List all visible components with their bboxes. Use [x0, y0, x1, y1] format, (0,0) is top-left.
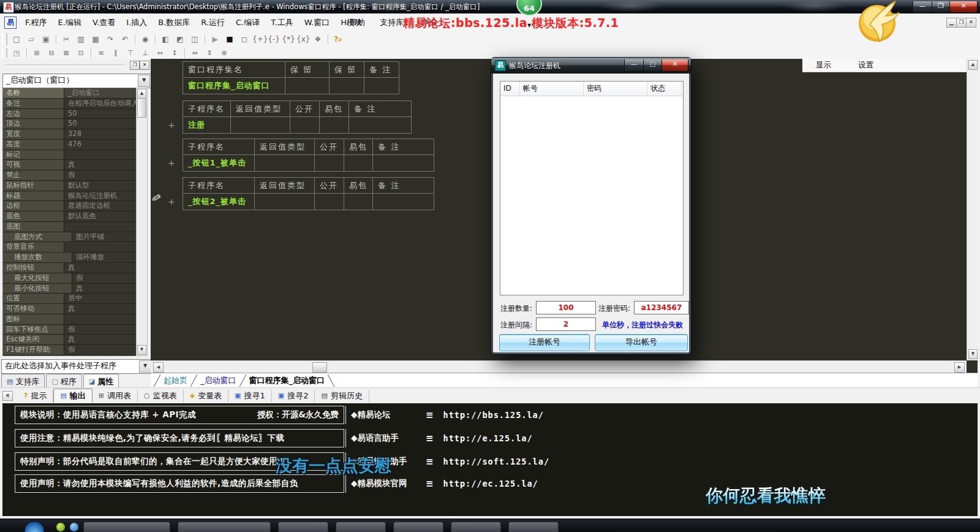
editor-hscrollbar[interactable]: ◀ ▶ — [151, 360, 967, 373]
property-row[interactable]: 位置居中 — [3, 294, 137, 304]
panel-tab-属性[interactable]: ◪属性 — [83, 374, 119, 388]
panel-tab-支持库[interactable]: ▤支持库 — [1, 374, 45, 388]
link-name[interactable]: ◆精易模块官网 — [351, 478, 426, 489]
view-strip-设置[interactable]: 设置 — [845, 60, 887, 70]
menu-item[interactable]: B.数据库 — [153, 13, 195, 32]
step-over-icon[interactable]: {-} — [267, 33, 281, 45]
menu-item[interactable]: I.插入 — [121, 13, 153, 32]
run-to-cursor-icon[interactable]: {x} — [296, 33, 310, 45]
mdi-restore-button[interactable]: ❐ — [956, 18, 967, 28]
restore-button[interactable]: ❐ — [932, 1, 950, 13]
bottom-tab-调用表[interactable]: ⊞调用表 — [92, 390, 138, 403]
link-name[interactable]: ◆易语言助手 — [351, 433, 426, 444]
subroutine-name[interactable]: 窗口程序集_启动窗口 — [183, 78, 285, 94]
expand-plus-icon[interactable]: + — [168, 159, 175, 167]
bottom-tab-监视表[interactable]: ○监视表 — [138, 390, 184, 403]
property-row[interactable]: 最小化按钮真 — [3, 284, 137, 294]
property-row[interactable]: 备注在程序启动后自动调入 — [3, 99, 137, 109]
scrollbar-thumb[interactable] — [137, 98, 146, 118]
step-into-icon[interactable]: {+} — [252, 33, 266, 45]
property-row[interactable]: Esc键关闭真 — [3, 335, 137, 345]
bottom-tab-提示[interactable]: ?提示 — [18, 390, 53, 403]
menu-item[interactable]: F.程序 — [20, 13, 53, 32]
register-count-input[interactable]: 100 — [536, 301, 596, 314]
bottom-panel-close-button[interactable]: × — [2, 391, 13, 401]
bottom-tab-变量表[interactable]: ◈变量表 — [184, 390, 228, 403]
dialog-maximize-button[interactable]: □ — [643, 59, 662, 72]
paste-icon[interactable]: ▦ — [89, 33, 102, 45]
property-row[interactable]: 高度476 — [3, 140, 137, 150]
menu-item[interactable]: V.查看 — [87, 13, 121, 32]
property-row[interactable]: 禁止假 — [3, 170, 137, 181]
insert-below-icon[interactable]: ⊡ — [74, 48, 88, 58]
component-selector[interactable]: _启动窗口（窗口） ▼ — [2, 74, 151, 88]
link-url[interactable]: http://soft.125.la/ — [443, 457, 549, 466]
menu-item[interactable]: 模块 — [338, 13, 371, 32]
dialog-close-button[interactable]: ✕ — [662, 59, 688, 72]
list-column-帐号[interactable]: 帐号 — [520, 82, 584, 96]
scroll-down-icon[interactable]: ▼ — [968, 349, 978, 359]
layout-split-icon[interactable]: ◫ — [188, 33, 202, 45]
list-column-状态[interactable]: 状态 — [647, 82, 682, 96]
register-password-input[interactable]: a1234567 — [634, 301, 689, 314]
link-url[interactable]: http://bbs.125.la/ — [443, 410, 544, 420]
mdi-close-button[interactable]: ✕ — [966, 18, 976, 28]
property-scrollbar[interactable]: ▲ ▼ — [136, 88, 148, 356]
status-dot-green-icon[interactable] — [56, 523, 65, 531]
link-url[interactable]: http://ec.125.la/ — [443, 479, 538, 488]
event-selector[interactable]: 在此处选择加入事件处理子程序 ▼ — [1, 359, 153, 374]
taskbar-app-window-4[interactable] — [336, 522, 386, 532]
register-account-button[interactable]: 注册帐号 — [499, 334, 590, 351]
doc-tab-窗口程序集_启动窗口[interactable]: 窗口程序集_启动窗口 — [249, 375, 325, 386]
scroll-left-icon[interactable]: ◀ — [153, 362, 164, 373]
chevron-down-icon[interactable]: ▼ — [138, 75, 150, 87]
subroutine-name[interactable]: _按钮1_被单击 — [183, 155, 255, 172]
run-icon[interactable]: ▶ — [208, 33, 222, 45]
property-row[interactable]: 标记 — [3, 150, 137, 161]
property-row[interactable]: 左边50 — [3, 109, 137, 120]
property-row[interactable]: 控制按钮真 — [3, 263, 137, 273]
stop-icon[interactable]: ■ — [223, 33, 236, 45]
layout-left-icon[interactable]: ◧ — [159, 33, 172, 45]
scrollbar-thumb[interactable] — [312, 362, 327, 373]
property-row[interactable]: 名称_启动窗口 — [3, 88, 137, 99]
property-row[interactable]: 可视真 — [3, 160, 137, 170]
chevron-down-icon[interactable]: ▼ — [139, 360, 151, 373]
status-dot-blue-icon[interactable] — [70, 523, 78, 531]
property-row[interactable]: 宽度328 — [3, 129, 137, 140]
property-row[interactable]: 回车下移焦点假 — [3, 325, 137, 335]
menu-item[interactable]: T.工具 — [265, 13, 299, 32]
account-list[interactable]: ID帐号密码状态 — [500, 81, 684, 295]
property-row[interactable]: 背景音乐 — [3, 242, 137, 253]
stretch-v-icon[interactable]: ⇕ — [203, 48, 216, 58]
close-button[interactable]: ✕ — [949, 1, 978, 13]
insert-right-icon[interactable]: ⊟ — [45, 48, 58, 58]
property-row[interactable]: 底图方式图片平铺 — [3, 232, 137, 243]
doc-tab-_启动窗口[interactable]: _启动窗口 — [200, 375, 236, 386]
gold-bird-logo[interactable] — [851, 0, 907, 44]
property-row[interactable]: 边框普通固定边框 — [3, 201, 137, 211]
property-row[interactable]: 播放次数循环播放 — [3, 253, 137, 263]
doc-tab-起始页[interactable]: 起始页 — [164, 375, 187, 386]
property-row[interactable]: 鼠标指针默认型 — [3, 181, 137, 191]
property-row[interactable]: 顶边50 — [3, 119, 137, 129]
align-top-icon[interactable]: ⊤ — [124, 48, 137, 58]
save-icon[interactable]: ▣ — [39, 33, 53, 45]
copy-icon[interactable]: ▥ — [74, 33, 88, 45]
list-column-密码[interactable]: 密码 — [584, 82, 647, 96]
register-interval-input[interactable]: 2 — [536, 317, 596, 331]
menu-item[interactable]: W.窗口 — [299, 13, 336, 32]
breakpoint-icon[interactable]: ◻ — [238, 33, 251, 45]
link-name[interactable]: ◆精易论坛 — [351, 409, 426, 420]
editor-vscrollbar[interactable]: ▲ ▼ — [967, 59, 978, 360]
pause-hand-icon[interactable]: ❖ — [311, 33, 325, 45]
toolbar-grip[interactable] — [2, 33, 7, 45]
same-width-gap-icon[interactable]: ↔ — [153, 48, 167, 58]
taskbar-app-window-5[interactable] — [393, 522, 443, 532]
view-strip-显示[interactable]: 显示 — [802, 60, 845, 70]
export-account-button[interactable]: 导出帐号 — [595, 334, 688, 351]
scroll-up-icon[interactable]: ▲ — [968, 60, 978, 70]
align-center-v-icon[interactable]: ∥ — [109, 48, 123, 58]
find-icon[interactable]: ◉ — [138, 33, 152, 45]
stretch-both-icon[interactable]: ⊕ — [217, 48, 231, 58]
